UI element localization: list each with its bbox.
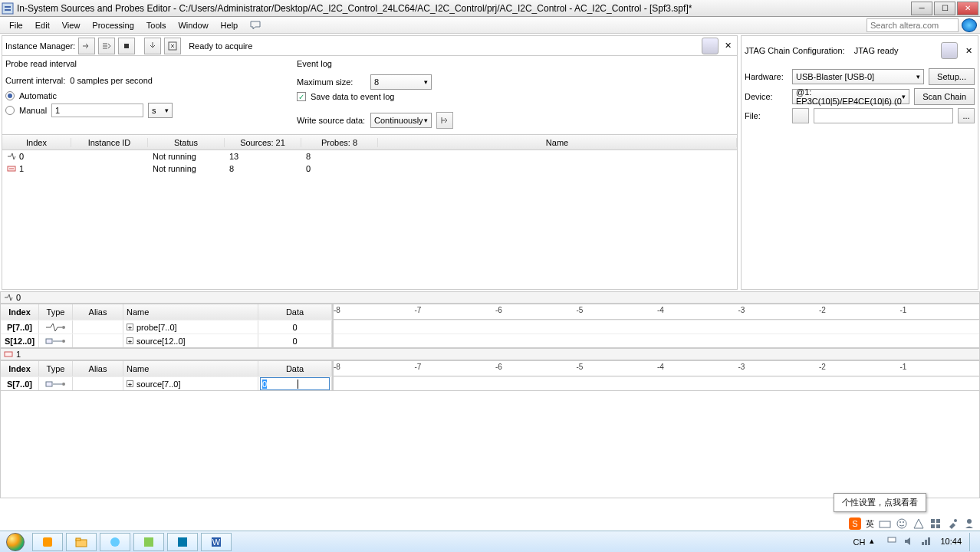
group-1-title[interactable]: 1: [0, 348, 980, 360]
signal-row[interactable]: S[7..0] +source[7..0] 0: [1, 376, 332, 390]
manual-unit-combo[interactable]: s: [148, 103, 173, 118]
col-index[interactable]: Index: [1, 361, 39, 376]
svg-rect-20: [931, 524, 935, 528]
menu-view[interactable]: View: [56, 19, 87, 31]
svg-rect-3: [124, 44, 129, 48]
ime-tooltip[interactable]: 个性设置，点我看看: [834, 493, 926, 512]
taskbar-word[interactable]: W: [201, 533, 232, 551]
expand-icon[interactable]: +: [127, 337, 133, 344]
taskbar-app-1[interactable]: [32, 533, 63, 551]
menu-tools[interactable]: Tools: [140, 19, 173, 31]
keyboard-icon[interactable]: [879, 518, 891, 530]
col-alias[interactable]: Alias: [73, 361, 123, 376]
file-open-button[interactable]: [792, 108, 809, 123]
tray-up-icon[interactable]: ▴: [870, 536, 882, 548]
taskbar-quartus[interactable]: [167, 533, 198, 551]
manual-value-input[interactable]: [51, 104, 143, 117]
show-desktop-button[interactable]: [969, 533, 975, 551]
expand-icon[interactable]: +: [127, 324, 133, 330]
web-search-button[interactable]: [962, 18, 977, 32]
data-edit-cell[interactable]: 0: [258, 377, 332, 390]
group-0-title[interactable]: 0: [0, 291, 980, 304]
col-probes[interactable]: Probes: 8: [301, 138, 378, 147]
menu-help[interactable]: Help: [215, 19, 245, 31]
col-data[interactable]: Data: [258, 361, 332, 376]
col-name[interactable]: Name: [123, 361, 258, 376]
maximize-button[interactable]: ☐: [934, 2, 955, 15]
col-sources[interactable]: Sources: 21: [225, 138, 301, 147]
setup-button[interactable]: Setup...: [929, 68, 975, 85]
col-type[interactable]: Type: [39, 361, 73, 376]
svg-point-11: [62, 383, 65, 386]
event-log-panel: Event log Maximum size: 8 Save data to e…: [297, 59, 734, 131]
col-name[interactable]: Name: [123, 304, 258, 320]
col-status[interactable]: Status: [148, 138, 225, 147]
contact-icon[interactable]: [963, 518, 975, 530]
signal-row[interactable]: P[7..0] +probe[7..0] 0: [1, 320, 332, 334]
options-button[interactable]: [164, 38, 181, 54]
start-button[interactable]: [0, 531, 31, 553]
taskbar-explorer[interactable]: [66, 533, 97, 551]
ime-lang-label[interactable]: 英: [866, 518, 874, 530]
device-label: Device:: [745, 92, 788, 101]
col-alias[interactable]: Alias: [73, 304, 123, 320]
menu-processing[interactable]: Processing: [86, 19, 140, 31]
tray-volume-icon[interactable]: [903, 536, 916, 548]
tray-network-icon[interactable]: [920, 536, 932, 548]
signal-row[interactable]: S[12..0] +source[12..0] 0: [1, 334, 332, 347]
continuous-read-button[interactable]: [98, 38, 115, 54]
panel-close-button[interactable]: ✕: [722, 41, 734, 51]
jtag-close-button[interactable]: ✕: [962, 46, 975, 56]
timeline-1[interactable]: -8-7-6-5-4-3-2-10: [333, 361, 979, 390]
menu-edit[interactable]: Edit: [29, 19, 56, 31]
max-size-combo[interactable]: 8: [370, 74, 432, 90]
taskbar-app-4[interactable]: [133, 533, 164, 551]
timeline-0[interactable]: -8-7-6-5-4-3-2-10: [333, 304, 979, 347]
file-browse-button[interactable]: ...: [958, 108, 975, 123]
save-event-log-checkbox[interactable]: [297, 92, 306, 101]
svg-point-6: [62, 326, 65, 329]
instance-row[interactable]: 0 Not running 13 8: [2, 150, 737, 163]
instance-row[interactable]: 1 Not running 8 0: [2, 163, 737, 175]
write-source-combo[interactable]: Continuously: [370, 113, 432, 128]
ime-indicator[interactable]: CH: [853, 537, 866, 547]
col-type[interactable]: Type: [39, 304, 73, 320]
write-source-button[interactable]: [144, 38, 161, 54]
scan-chain-button[interactable]: Scan Chain: [914, 88, 975, 105]
sogou-ime-icon[interactable]: S: [849, 518, 861, 530]
manual-radio[interactable]: [5, 106, 15, 115]
smiley-icon[interactable]: [896, 518, 908, 530]
menu-feedback-icon[interactable]: [244, 19, 267, 31]
svg-rect-7: [46, 339, 52, 343]
col-data[interactable]: Data: [258, 304, 332, 320]
write-source-apply-button[interactable]: [436, 112, 453, 129]
svg-point-8: [62, 340, 65, 343]
col-instance-id[interactable]: Instance ID: [71, 138, 148, 147]
svg-text:S: S: [852, 519, 857, 528]
taskbar-app-3[interactable]: [100, 533, 130, 551]
tray-flag-icon[interactable]: [886, 536, 899, 548]
col-index[interactable]: Index: [2, 138, 71, 147]
menu-window[interactable]: Window: [172, 19, 214, 31]
hardware-combo[interactable]: USB-Blaster [USB-0]: [792, 69, 924, 84]
read-probe-button[interactable]: [78, 38, 95, 54]
grid-icon[interactable]: [929, 518, 942, 530]
svg-point-22: [954, 519, 957, 522]
jtag-panel: JTAG Chain Configuration: JTAG ready ✕ H…: [741, 35, 978, 290]
close-button[interactable]: ✕: [957, 2, 978, 15]
device-combo[interactable]: @1: EP3C(10|5)/EP4CE(10|6) (0: [792, 89, 909, 104]
probe-read-panel: Probe read interval Current interval: 0 …: [5, 59, 281, 131]
automatic-radio[interactable]: [5, 91, 15, 100]
minimize-button[interactable]: ─: [911, 2, 932, 15]
taskbar: W CH ▴ 10:44: [0, 531, 980, 552]
instance-manager-label: Instance Manager:: [5, 41, 75, 51]
stop-button[interactable]: [118, 38, 135, 54]
expand-icon[interactable]: +: [127, 380, 133, 387]
col-name[interactable]: Name: [378, 138, 737, 147]
taskbar-clock[interactable]: 10:44: [937, 537, 965, 546]
col-index[interactable]: Index: [1, 304, 39, 320]
menu-file[interactable]: File: [3, 19, 29, 31]
tool-icon[interactable]: [946, 518, 959, 530]
search-input[interactable]: [867, 18, 959, 32]
notify-icon[interactable]: [913, 518, 925, 530]
